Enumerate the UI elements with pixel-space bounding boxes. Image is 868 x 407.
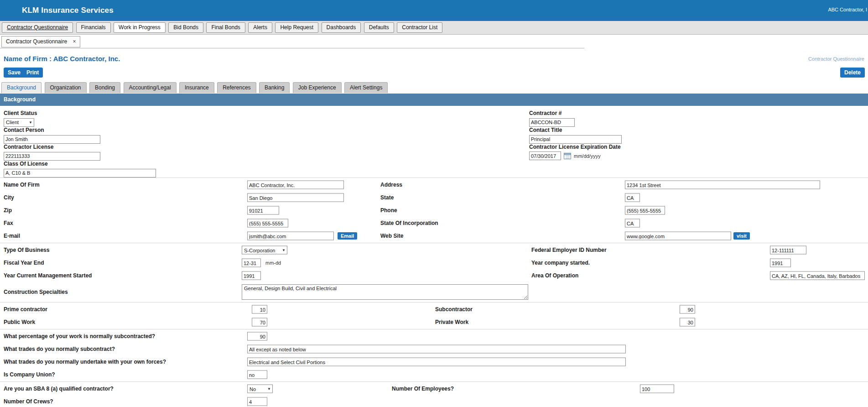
zip-input[interactable] [247,206,279,215]
city-input[interactable] [247,193,344,202]
corner-link-contractor-questionnaire[interactable]: Contractor Questionnaire [808,56,864,62]
contractor-number-field: Contractor # [529,110,575,127]
sba-qualified-value: No [249,386,256,391]
subcontractor-input[interactable] [680,305,695,314]
license-expiration-field: Contractor License Expiration Date mm/dd… [529,144,621,160]
class-of-license-field: Class Of License [4,161,156,177]
state-input[interactable] [625,193,640,202]
date-format-hint: mm/dd/yyyy [574,153,601,159]
pct-subcontracted-input[interactable] [247,332,267,341]
license-expiration-label: Contractor License Expiration Date [529,144,621,150]
num-crews-input[interactable] [247,397,267,406]
form-row: Zip Phone [0,204,868,217]
trades-own-forces-input[interactable] [247,358,626,366]
form-row: Number Of Crews? [0,395,868,407]
tab-alert-settings[interactable]: Alert Settings [344,82,388,93]
tab-job-experience[interactable]: Job Experience [293,82,342,93]
contractor-license-input[interactable] [4,152,100,161]
form-row: Prime contractor Subcontractor [0,303,868,316]
email-button[interactable]: Email [338,232,357,240]
save-button[interactable]: Save [4,68,25,78]
year-started-input[interactable] [770,259,791,267]
delete-button[interactable]: Delete [840,68,865,78]
construction-specialties-textarea[interactable]: General, Design Build, Civil and Electri… [242,284,528,300]
fax-input[interactable] [247,219,288,228]
contact-person-input[interactable] [4,135,100,144]
visit-button[interactable]: visit [733,232,750,240]
fiscal-format-hint: mm-dd [265,260,281,266]
tab-references[interactable]: References [217,82,256,93]
license-expiration-input[interactable] [529,151,561,160]
chevron-down-icon: ▼ [29,120,32,125]
federal-id-input[interactable] [770,246,806,255]
type-of-business-select[interactable]: S-Corporation ▼ [242,246,287,255]
nav-tab-bid-bonds[interactable]: Bid Bonds [168,22,203,33]
tab-organization[interactable]: Organization [45,82,87,93]
address-input[interactable] [625,181,820,189]
tab-banking[interactable]: Banking [259,82,290,93]
form-row: Public Work Private Work [0,316,868,329]
client-status-label: Client Status [4,110,37,116]
print-button[interactable]: Print [22,68,43,78]
trades-own-forces-label: What trades do you normally undertake wi… [4,359,166,365]
class-of-license-label: Class Of License [4,161,156,167]
toolbar: Save Print Delete [0,68,868,78]
year-mgmt-started-label: Year Current Management Started [4,272,92,279]
tab-insurance[interactable]: Insurance [179,82,214,93]
form-row: E-mail Email Web Site visit [0,230,868,242]
class-of-license-input[interactable] [4,169,156,177]
email-input[interactable] [247,232,334,240]
zip-label: Zip [4,207,12,214]
nav-tab-contractor-questionnaire[interactable]: Contractor Questionnaire [2,22,73,33]
state-of-incorporation-input[interactable] [625,219,640,228]
nav-tab-contractor-list[interactable]: Contractor List [397,22,442,33]
private-work-input[interactable] [680,318,695,327]
section-divider [0,302,868,303]
form-row: What trades do you normally subcontract? [0,343,868,355]
app-title: KLM Insurance Services [22,6,114,15]
form-row: Are you an SBA 8 (a) qualified contracto… [0,382,868,395]
client-status-select[interactable]: Client ▼ [4,118,34,127]
num-employees-input[interactable] [640,385,674,393]
nav-tab-final-bonds[interactable]: Final Bonds [206,22,245,33]
section-divider [0,329,868,329]
page-title: Name of Firm : ABC Contractor, Inc. [4,55,120,63]
web-site-input[interactable] [625,232,731,240]
nav-tab-alerts[interactable]: Alerts [248,22,272,33]
chevron-down-icon: ▼ [282,248,286,252]
area-of-operation-input[interactable] [770,271,865,280]
sba-qualified-select[interactable]: No ▼ [247,385,273,393]
tab-bonding[interactable]: Bonding [89,82,120,93]
phone-input[interactable] [625,206,665,215]
contact-person-label: Contact Person [4,127,100,133]
pct-subcontracted-label: What percentage of your work is normally… [4,333,155,339]
name-of-firm-input[interactable] [247,181,344,189]
trades-subcontract-input[interactable] [247,345,626,354]
nav-tab-work-in-progress[interactable]: Work in Progress [114,22,166,33]
contact-title-input[interactable] [529,135,622,144]
doc-tab-contractor-questionnaire[interactable]: Contractor Questionnaire × [1,36,80,47]
year-mgmt-started-input[interactable] [242,271,261,280]
year-started-label: Year company started. [531,260,590,266]
state-of-incorporation-label: State Of Incorporation [380,220,438,226]
tab-background[interactable]: Background [1,82,42,93]
fiscal-year-end-input[interactable] [242,259,261,267]
prime-contractor-input[interactable] [252,305,267,314]
company-union-input[interactable] [247,370,267,379]
name-of-firm-label: Name Of Firm [4,182,40,188]
nav-tab-defaults[interactable]: Defaults [364,22,394,33]
form-row: Client Status Client ▼ Contractor # [0,110,868,126]
contractor-license-label: Contractor License [4,144,100,150]
tab-accounting-legal[interactable]: Accounting/Legal [124,82,177,93]
close-icon[interactable]: × [73,38,76,45]
nav-tab-financials[interactable]: Financials [76,22,111,33]
form-row: What trades do you normally undertake wi… [0,355,868,368]
nav-tab-dashboards[interactable]: Dashboards [322,22,361,33]
form-row: Contractor License Contractor License Ex… [0,143,868,160]
calendar-icon[interactable] [564,152,571,159]
contractor-number-input[interactable] [529,118,575,127]
public-work-input[interactable] [252,318,267,327]
main-nav: Contractor Questionnaire Financials Work… [0,21,868,35]
nav-tab-help-request[interactable]: Help Request [275,22,318,33]
trades-subcontract-label: What trades do you normally subcontract? [4,346,115,352]
